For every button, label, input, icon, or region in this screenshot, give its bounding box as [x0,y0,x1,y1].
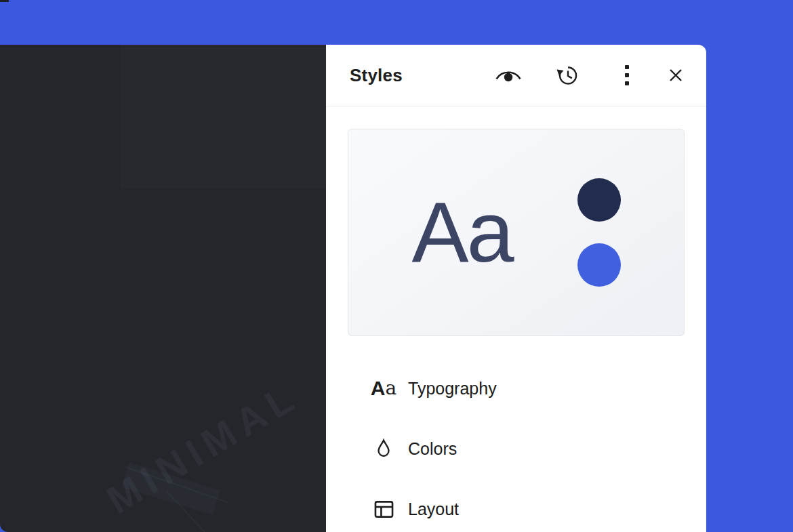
more-options-button[interactable] [611,59,643,91]
styles-panel-header: Styles [326,45,706,106]
dimmed-preview-block [121,45,326,188]
styles-panel-body: Aa Aa Typography [326,106,706,525]
editor-window: MINIMAL Styles [0,0,793,532]
nav-item-label: Colors [408,439,457,459]
palette-circle-dark [577,178,621,222]
style-book-button[interactable] [492,59,525,91]
more-menu-icon [625,65,629,85]
styles-nav-list: Aa Typography Colors [348,372,685,525]
styles-preview-card[interactable]: Aa [348,129,685,336]
nav-item-label: Typography [408,379,497,398]
nav-item-layout[interactable]: Layout [348,493,685,525]
top-left-cutoff-element [0,0,9,2]
typography-icon: Aa [371,378,396,398]
nav-item-label: Layout [408,499,459,519]
close-panel-button[interactable] [659,59,692,91]
layout-icon [371,497,396,521]
panel-title: Styles [350,65,403,86]
eye-icon [495,66,522,85]
dimmed-editor-canvas[interactable]: MINIMAL [0,45,326,532]
palette-circle-blue [577,243,621,287]
nav-item-colors[interactable]: Colors [348,432,685,465]
history-icon [555,63,580,87]
styles-panel: Styles [326,45,706,532]
panel-header-actions [492,59,692,91]
revisions-button[interactable] [551,59,584,91]
nav-item-typography[interactable]: Aa Typography [348,372,685,405]
palette-circles [577,178,621,287]
droplet-icon [371,438,396,459]
font-specimen: Aa [411,190,512,275]
close-icon [668,68,683,83]
